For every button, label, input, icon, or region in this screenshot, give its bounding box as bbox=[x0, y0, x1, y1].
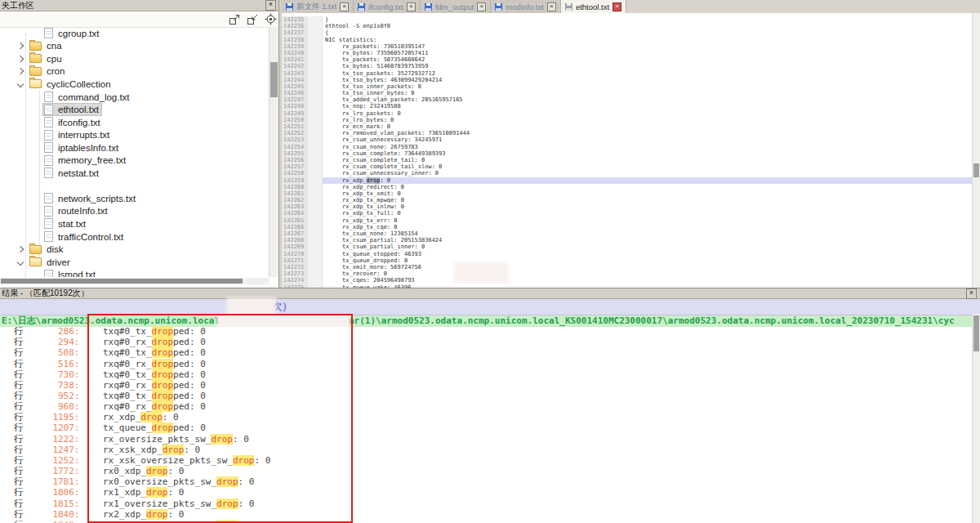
result-row[interactable]: 行1849: rx2_oversize_pkts_sw_drop: 0 bbox=[0, 520, 973, 523]
result-row[interactable]: 行1781: rx0_oversize_pkts_sw_drop: 0 bbox=[0, 476, 973, 487]
tree-item-memory-free-txt[interactable]: memory_free.txt bbox=[0, 154, 270, 167]
chevron-down-icon[interactable] bbox=[17, 81, 24, 87]
tree-hscrollbar-thumb[interactable] bbox=[1, 279, 243, 284]
result-row[interactable]: 行516: rxq#0_rx_dropped: 0 bbox=[0, 358, 973, 369]
result-row[interactable]: 行1252: rx_xsk_oversize_pkts_sw_drop: 0 bbox=[0, 455, 973, 466]
code-line: 142270 tx_queue_stopped: 46393 bbox=[282, 251, 973, 257]
code-text: rx_csum_complete_tail: 0 bbox=[323, 157, 973, 163]
tree-item-body: memory_free.txt bbox=[43, 154, 128, 166]
results-scrollbar-thumb[interactable] bbox=[973, 315, 979, 351]
result-text-pre: rxq#0_rx_ bbox=[82, 359, 152, 369]
code-text: rx_csum_none: 26759783 bbox=[323, 144, 973, 150]
results-close-icon[interactable]: × bbox=[966, 288, 977, 299]
tree-item-ifconfig-txt[interactable]: ifconfig.txt bbox=[0, 116, 270, 129]
tab-close-icon[interactable]: × bbox=[547, 2, 556, 11]
tab-label: ifconfig.txt bbox=[368, 2, 403, 11]
result-text: rx_xsk_oversize_pkts_sw_drop: 0 bbox=[82, 455, 271, 466]
code-line: 142255 rx_csum_complete: 736449389393 bbox=[282, 150, 973, 157]
result-row[interactable]: 行286: txq#0_tx_dropped: 0 bbox=[0, 326, 973, 337]
code-line: 142250 rx_lro_bytes: 0 bbox=[282, 117, 973, 123]
tree-horizontal-scrollbar[interactable] bbox=[0, 278, 270, 284]
tree-item-cgroup-txt[interactable]: cgroup.txt bbox=[0, 27, 270, 40]
tree-item-cycliccollection[interactable]: cyclicCollection bbox=[0, 78, 270, 91]
chevron-right-icon[interactable] bbox=[17, 42, 24, 49]
code-line: 142273 tx_recover: 0 bbox=[282, 270, 973, 277]
tree-item-netstat-txt[interactable]: netstat.txt bbox=[0, 167, 270, 180]
result-row[interactable]: 行738: rxq#0_rx_dropped: 0 bbox=[0, 380, 973, 391]
code-line: 142236ethtool -S enp1s0f0 bbox=[282, 23, 973, 29]
chevron-down-icon[interactable] bbox=[17, 258, 24, 265]
result-text-post: ped: 0 bbox=[173, 326, 206, 337]
tree-item-command-log-txt[interactable]: command_log.txt bbox=[0, 91, 270, 104]
search-match-highlight: drop bbox=[146, 487, 168, 498]
code-view[interactable]: 142235}142236ethtool -S enp1s0f0142237{1… bbox=[282, 13, 973, 288]
result-text-post: : 0 bbox=[238, 476, 255, 487]
result-row[interactable]: 行1806: rx1_xdp_drop: 0 bbox=[0, 487, 973, 498]
workspace-panel-close-icon[interactable]: × bbox=[265, 0, 276, 11]
chevron-right-icon[interactable] bbox=[17, 68, 24, 74]
editor-scrollbar-thumb[interactable] bbox=[973, 163, 979, 177]
locate-file-icon[interactable] bbox=[265, 13, 277, 25]
tree-item-cna[interactable]: cna bbox=[0, 40, 270, 53]
file-icon bbox=[44, 130, 53, 141]
tree-item-interrupts-txt[interactable]: interrupts.txt bbox=[0, 128, 270, 141]
file-icon bbox=[44, 218, 53, 229]
expand-all-icon[interactable] bbox=[229, 13, 241, 25]
chevron-right-icon[interactable] bbox=[17, 56, 24, 62]
editor-vertical-scrollbar[interactable] bbox=[972, 13, 980, 288]
code-text: rx_lro_packets: 0 bbox=[323, 110, 973, 117]
editor-tab[interactable]: ethtool.txt× bbox=[561, 0, 626, 13]
tree-item-routeinfo-txt[interactable]: routeInfo.txt bbox=[0, 205, 270, 218]
editor-tab[interactable]: modinfo.txt× bbox=[491, 0, 560, 13]
code-line: 142239 rx_packets: 736510395147 bbox=[282, 43, 973, 50]
tab-close-icon[interactable]: × bbox=[340, 2, 349, 11]
tab-close-icon[interactable]: × bbox=[477, 2, 486, 11]
code-line: 142243 tx_tso_packets: 35272932712 bbox=[282, 70, 973, 77]
tree-item-label: cron bbox=[47, 66, 65, 76]
result-row[interactable]: 行960: rxq#0_rx_dropped: 0 bbox=[0, 401, 973, 412]
tree-item-driver[interactable]: driver bbox=[0, 256, 270, 269]
result-row[interactable]: 行294: rxq#0_rx_dropped: 0 bbox=[0, 337, 973, 347]
result-row[interactable]: 行1222: rx_oversize_pkts_sw_drop: 0 bbox=[0, 434, 973, 445]
tree-item-label: cna bbox=[47, 41, 62, 51]
result-row[interactable]: 行1247: rx_xsk_xdp_drop: 0 bbox=[0, 445, 973, 455]
tree-item-label: routeInfo.txt bbox=[58, 206, 108, 216]
result-row[interactable]: 行508: txq#0_tx_dropped: 0 bbox=[0, 347, 973, 358]
fold-margin bbox=[308, 170, 323, 177]
tree-vertical-scrollbar[interactable] bbox=[269, 27, 278, 277]
result-line-number: 286: bbox=[24, 326, 80, 337]
result-file-path[interactable]: E:\日志\armod0523.odata.ncmp.unicom.local … bbox=[0, 315, 980, 327]
tree-item-disk[interactable]: disk bbox=[0, 243, 270, 256]
code-text: tx_csum_none: 12385154 bbox=[323, 230, 973, 237]
editor-tab[interactable]: fdm_output× bbox=[421, 0, 492, 13]
tree-scrollbar-thumb[interactable] bbox=[270, 62, 278, 97]
result-row[interactable]: 行730: txq#0_tx_dropped: 0 bbox=[0, 369, 973, 380]
file-tree: cgroup.txtcnacpucroncyclicCollectioncomm… bbox=[0, 27, 270, 277]
result-row[interactable]: 行1815: rx1_oversize_pkts_sw_drop: 0 bbox=[0, 498, 973, 509]
result-row[interactable]: 行1195: rx_xdp_drop: 0 bbox=[0, 412, 973, 422]
editor-tab[interactable]: 新文件 1.txt× bbox=[282, 0, 354, 13]
tree-item-iptablesinfo-txt[interactable]: iptablesInfo.txt bbox=[0, 141, 270, 154]
tree-item-lsmod-txt[interactable]: lsmod.txt bbox=[0, 268, 270, 277]
tree-item-cron[interactable]: cron bbox=[0, 65, 270, 78]
result-row[interactable]: 行952: txq#0_tx_dropped: 0 bbox=[0, 391, 973, 401]
collapse-all-icon[interactable] bbox=[247, 13, 259, 25]
tree-item-cpu[interactable]: cpu bbox=[0, 52, 270, 65]
result-row[interactable]: 行1772: rx0_xdp_drop: 0 bbox=[0, 466, 973, 476]
code-text: rx_removed_vlan_packets: 736510091444 bbox=[323, 130, 973, 136]
result-row[interactable]: 行1207: tx_queue_dropped: 0 bbox=[0, 422, 973, 433]
results-vertical-scrollbar[interactable] bbox=[972, 314, 980, 523]
result-row[interactable]: 行1840: rx2_xdp_drop: 0 bbox=[0, 509, 973, 520]
tree-item-trafficcontrol-txt[interactable]: trafficControl.txt bbox=[0, 230, 270, 244]
tree-item-label: memory_free.txt bbox=[58, 155, 126, 165]
editor-tab[interactable]: ifconfig.txt× bbox=[354, 0, 421, 13]
tree-item-ethtool-txt[interactable]: ethtool.txt bbox=[0, 103, 270, 116]
fold-margin bbox=[308, 270, 323, 277]
tree-item-network-scripts-txt[interactable]: network_scripts.txt bbox=[0, 192, 270, 205]
line-number: 142266 bbox=[282, 224, 308, 230]
tree-item-stat-txt[interactable]: stat.txt bbox=[0, 217, 270, 230]
chevron-right-icon[interactable] bbox=[17, 246, 24, 253]
result-text-post: : 0 bbox=[184, 445, 200, 455]
tab-close-icon[interactable]: × bbox=[612, 2, 621, 11]
tab-close-icon[interactable]: × bbox=[407, 2, 416, 11]
